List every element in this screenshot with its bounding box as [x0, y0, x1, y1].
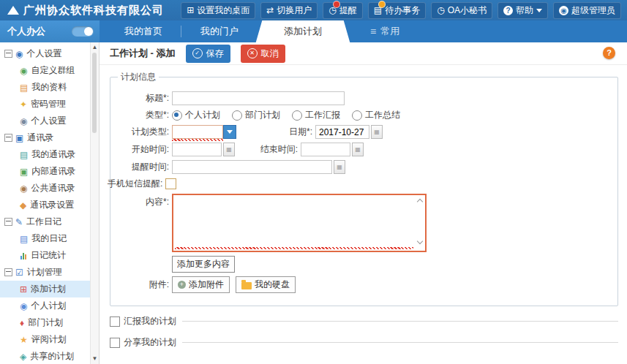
tab-my-home[interactable]: 我的首页	[105, 20, 181, 42]
start-time-input[interactable]	[172, 143, 222, 156]
tab-label: 常用	[380, 25, 399, 38]
attachment-label: 附件:	[118, 278, 169, 291]
collapse-icon[interactable]	[4, 50, 12, 58]
sidebar-item-password-management[interactable]: ✦ 密码管理	[0, 96, 91, 113]
radio-personal-plan[interactable]: 个人计划	[172, 109, 220, 121]
scroll-up-icon[interactable]	[417, 198, 423, 204]
tab-add-plan[interactable]: 添加计划	[265, 20, 341, 42]
remind-time-input[interactable]	[172, 160, 332, 174]
help-button[interactable]: ? 帮助	[498, 2, 548, 19]
tab-my-portal[interactable]: 我的门户	[181, 20, 258, 42]
radio-icon	[352, 110, 362, 121]
sidebar-toggle[interactable]	[72, 26, 94, 37]
collapse-icon[interactable]	[4, 268, 12, 276]
sidebar-group-personal-settings[interactable]: ◉ 个人设置	[0, 45, 91, 62]
date-input[interactable]	[315, 125, 369, 139]
oa-secretary-button[interactable]: ◷ OA小秘书	[431, 2, 492, 19]
sidebar-item-public-contacts[interactable]: ◉ 公共通讯录	[0, 180, 91, 197]
plan-check-icon: ☑	[15, 268, 23, 277]
sidebar-item-my-profile[interactable]: ▤ 我的资料	[0, 79, 91, 96]
sidebar-item-shared-plans[interactable]: ◈ 共享的计划	[0, 348, 91, 364]
user-icon: ◉	[15, 50, 23, 58]
internal-contacts-icon: ▣	[20, 167, 28, 176]
add-more-content-button[interactable]: 添加更多内容	[172, 256, 235, 273]
star-icon: ★	[20, 335, 28, 344]
remind-row: 提醒时间: ▦	[118, 160, 610, 174]
content-textarea-wrap	[172, 194, 427, 252]
address-book-icon: ▣	[15, 134, 23, 143]
sidebar-item-personal-plan[interactable]: ◉ 个人计划	[0, 297, 91, 314]
tab-common[interactable]: ≡ 常用	[351, 20, 418, 42]
report-plan-checkbox[interactable]	[110, 316, 120, 327]
sidebar-item-review-plan[interactable]: ★ 评阅计划	[0, 331, 91, 348]
radio-department-plan[interactable]: 部门计划	[232, 109, 280, 121]
spellcheck-underline	[172, 139, 223, 141]
sidebar-item-contacts-settings[interactable]: ◆ 通讯录设置	[0, 197, 91, 213]
set-desktop-button[interactable]: ⊞ 设置我的桌面	[181, 2, 255, 19]
scroll-down-icon[interactable]	[417, 239, 423, 245]
type-row: 类型*: 个人计划 部门计划	[118, 109, 610, 121]
sms-checkbox[interactable]	[165, 178, 176, 189]
start-time-picker-button[interactable]: ▦	[223, 143, 235, 156]
scroll-down-icon[interactable]: ▼	[91, 355, 99, 363]
sidebar-item-my-diary[interactable]: ▤ 我的日记	[0, 230, 91, 247]
reminder-button[interactable]: ◷ 提醒	[323, 2, 362, 19]
desktop-grid-icon: ⊞	[187, 6, 194, 15]
end-time-input[interactable]	[301, 143, 350, 156]
content-textarea[interactable]	[173, 195, 425, 251]
sidebar-item-internal-contacts[interactable]: ▣ 内部通讯录	[0, 163, 91, 180]
scroll-up-icon[interactable]: ▲	[91, 44, 99, 51]
title-input[interactable]	[172, 91, 345, 105]
bar-chart-icon	[20, 252, 27, 259]
plan-type-input[interactable]	[172, 125, 223, 139]
button-label: 我的硬盘	[255, 278, 290, 291]
sidebar-item-custom-groups[interactable]: ◉ 自定义群组	[0, 62, 91, 79]
radio-work-report[interactable]: 工作汇报	[292, 109, 340, 121]
section-legend: 汇报我的计划	[110, 315, 182, 327]
group-label: 通讯录	[27, 132, 53, 144]
sidebar: ◉ 个人设置 ◉ 自定义群组 ▤ 我的资料 ✦ 密码管理 ◉ 个人设置	[0, 42, 100, 364]
radio-label: 个人计划	[185, 109, 220, 121]
end-time-picker-button[interactable]: ▦	[352, 143, 364, 156]
remind-time-picker-button[interactable]: ▦	[334, 160, 345, 174]
add-attachment-button[interactable]: + 添加附件	[172, 276, 230, 293]
cancel-button[interactable]: ✕ 取消	[241, 45, 285, 63]
dropdown-button[interactable]	[223, 125, 236, 139]
item-label: 评阅计划	[31, 333, 67, 346]
switch-user-icon: ⇄	[266, 6, 274, 15]
share-plan-checkbox[interactable]	[110, 338, 120, 348]
date-picker-button[interactable]: ▦	[371, 125, 383, 139]
sidebar-group-plan-management[interactable]: ☑ 计划管理	[0, 264, 91, 281]
logo-triangle-icon	[7, 6, 19, 15]
sidebar-item-department-plan[interactable]: ♦ 部门计划	[0, 314, 91, 331]
collapse-icon[interactable]	[4, 218, 12, 226]
my-disk-button[interactable]: 我的硬盘	[236, 276, 296, 293]
item-label: 密码管理	[31, 98, 66, 110]
reminder-badge	[333, 1, 340, 8]
type-radio-group: 个人计划 部门计划 工作汇报	[172, 109, 400, 121]
radio-work-summary[interactable]: 工作总结	[352, 109, 400, 121]
sidebar-item-add-plan[interactable]: ⊞ 添加计划	[0, 281, 91, 297]
sidebar-item-diary-statistics[interactable]: 日记统计	[0, 247, 91, 264]
topbar: 广州协众软件科技有限公司 ⊞ 设置我的桌面 ⇄ 切换用户 ◷ 提醒 ▤ 待办事务	[0, 0, 627, 20]
cancel-circle-icon: ✕	[247, 48, 258, 58]
item-label: 我的通讯录	[31, 148, 75, 161]
sms-label: 手机短信提醒:	[108, 178, 162, 190]
switch-user-button[interactable]: ⇄ 切换用户	[260, 2, 318, 19]
collapse-icon[interactable]	[4, 134, 12, 142]
sidebar-item-my-contacts[interactable]: ▤ 我的通讯录	[0, 146, 91, 163]
plan-type-label: 计划类型:	[118, 126, 169, 138]
scrollbar-thumb[interactable]	[92, 53, 97, 133]
item-label: 通讯录设置	[30, 199, 74, 211]
page-help-button[interactable]: ?	[603, 47, 615, 59]
tab-label: 我的门户	[200, 25, 239, 38]
section-label: 汇报我的计划	[124, 315, 176, 327]
sidebar-group-contacts[interactable]: ▣ 通讯录	[0, 129, 91, 146]
admin-user-button[interactable]: ◉ 超级管理员	[553, 2, 621, 19]
save-button[interactable]: ✓ 保存	[186, 45, 230, 63]
sidebar-item-personal-settings[interactable]: ◉ 个人设置	[0, 113, 91, 129]
button-label: 切换用户	[277, 4, 312, 17]
todo-button[interactable]: ▤ 待办事务	[368, 2, 426, 19]
sidebar-group-work-diary[interactable]: ✎ 工作日记	[0, 213, 91, 230]
sidebar-scrollbar[interactable]: ▲ ▼	[90, 42, 99, 364]
